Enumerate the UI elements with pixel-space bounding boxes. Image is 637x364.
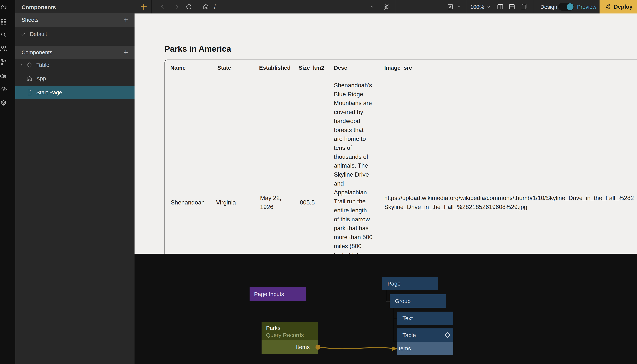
- node-group[interactable]: Group: [390, 294, 446, 308]
- node-label: Table: [402, 332, 416, 338]
- diamond-icon: [444, 332, 450, 338]
- column-header-state: State: [217, 64, 231, 71]
- cloud-function-icon[interactable]: [0, 86, 7, 92]
- node-label: Page Inputs: [254, 291, 284, 297]
- toolbar-separator: [396, 0, 396, 14]
- tree-item-table[interactable]: Table: [15, 58, 135, 72]
- app-preview-canvas: Parks in America Name State Established …: [135, 14, 637, 254]
- preview-page-title: Parks in America: [165, 44, 231, 54]
- components-panel: Components Sheets + Default Components +…: [15, 0, 135, 364]
- add-page-button[interactable]: [140, 2, 147, 10]
- stacked-windows-icon[interactable]: [520, 3, 527, 10]
- route-path[interactable]: /: [214, 4, 216, 10]
- sheets-section-header: Sheets +: [15, 13, 135, 26]
- node-page[interactable]: Page: [382, 277, 438, 290]
- design-preview-toggle[interactable]: [558, 3, 574, 11]
- toolbar-separator: [199, 0, 199, 14]
- node-table-items-input[interactable]: Items: [397, 342, 453, 355]
- users-icon[interactable]: [0, 45, 7, 52]
- column-header-image: Image_src: [384, 64, 412, 71]
- canvas-size-chevron-icon[interactable]: [456, 4, 464, 12]
- add-component-button[interactable]: +: [123, 49, 129, 56]
- sheets-header-label: Sheets: [22, 17, 39, 23]
- cell-size: 805.5: [300, 198, 315, 207]
- toolbar-separator: [493, 0, 493, 14]
- tree-item-app[interactable]: App: [15, 72, 135, 85]
- sheet-label: Default: [30, 31, 47, 37]
- parks-table[interactable]: [165, 60, 637, 254]
- node-text[interactable]: Text: [397, 312, 453, 325]
- toolbar-separator: [466, 0, 466, 14]
- app-logo-icon[interactable]: [0, 3, 7, 10]
- cloud-database-icon[interactable]: [0, 72, 7, 79]
- cell-image-src: https://upload.wikimedia.org/wikipedia/c…: [384, 194, 637, 212]
- components-grid-icon[interactable]: [0, 18, 7, 26]
- home-icon: [26, 75, 33, 82]
- zoom-level[interactable]: 100%: [470, 4, 484, 10]
- split-horizontal-icon[interactable]: [508, 3, 516, 10]
- nav-forward-button[interactable]: [173, 3, 180, 10]
- items-binding-edge: [135, 254, 637, 364]
- reload-icon[interactable]: [185, 3, 193, 10]
- deploy-label: Deploy: [614, 4, 632, 10]
- components-section-header: Components +: [15, 46, 135, 59]
- column-header-desc: Desc: [334, 64, 347, 71]
- search-icon[interactable]: [0, 31, 7, 38]
- node-label: Group: [395, 298, 410, 304]
- tree-item-label: Table: [36, 62, 49, 68]
- settings-gear-icon[interactable]: [0, 99, 7, 106]
- items-output-port[interactable]: [316, 345, 320, 350]
- sheet-item-default[interactable]: Default: [15, 27, 135, 41]
- nav-back-button[interactable]: [159, 3, 166, 10]
- query-name: Parks: [266, 325, 280, 331]
- add-sheet-button[interactable]: +: [123, 16, 129, 23]
- tree-item-label: Start Page: [36, 90, 62, 96]
- chevron-right-icon[interactable]: [19, 63, 24, 68]
- check-icon: [21, 32, 26, 37]
- split-vertical-icon[interactable]: [496, 3, 504, 10]
- node-table[interactable]: Table: [397, 328, 453, 342]
- home-icon[interactable]: [202, 3, 210, 10]
- cell-name: Shenandoah: [171, 198, 205, 207]
- zoom-chevron-icon[interactable]: [486, 4, 493, 12]
- git-branch-icon[interactable]: [0, 58, 7, 65]
- components-header-label: Components: [22, 50, 52, 56]
- node-label: Page: [387, 280, 401, 287]
- output-port-label: Items: [296, 344, 310, 350]
- canvas-size-icon[interactable]: [446, 3, 454, 10]
- column-header-established: Established: [259, 64, 291, 71]
- cell-desc: Shenandoah's Blue Ridge Mountains are co…: [334, 81, 381, 254]
- debug-bug-icon[interactable]: [383, 3, 390, 10]
- data-flow-graph: Page Inputs Parks Query Records Items Pa…: [135, 254, 637, 364]
- toggle-knob: [567, 3, 573, 10]
- column-header-size: Size_km2: [299, 64, 324, 71]
- route-dropdown-chevron-icon[interactable]: [369, 4, 377, 11]
- deploy-button[interactable]: Deploy: [599, 0, 637, 14]
- panel-title: Components: [22, 4, 56, 10]
- tree-item-start-page[interactable]: Start Page: [15, 86, 135, 99]
- column-header-name: Name: [170, 64, 186, 71]
- cell-established: May 22, 1926: [260, 194, 281, 212]
- rocket-icon: [604, 3, 612, 10]
- page-file-icon: [26, 89, 33, 96]
- table-header-divider: [165, 76, 637, 76]
- toolbar-separator: [151, 0, 152, 14]
- query-type: Query Records: [266, 332, 304, 338]
- top-toolbar: / 100% Design P: [135, 0, 637, 14]
- node-label: Items: [397, 345, 411, 352]
- node-label: Text: [402, 315, 413, 322]
- cell-state: Virginia: [216, 198, 236, 207]
- design-mode-label[interactable]: Design: [540, 4, 557, 10]
- preview-mode-label[interactable]: Preview: [577, 4, 596, 10]
- node-page-inputs[interactable]: Page Inputs: [250, 287, 306, 301]
- toolbar-separator: [533, 0, 534, 14]
- node-parks-query[interactable]: Parks Query Records Items: [262, 322, 318, 354]
- tree-item-label: App: [36, 76, 46, 82]
- diamond-icon: [26, 62, 33, 68]
